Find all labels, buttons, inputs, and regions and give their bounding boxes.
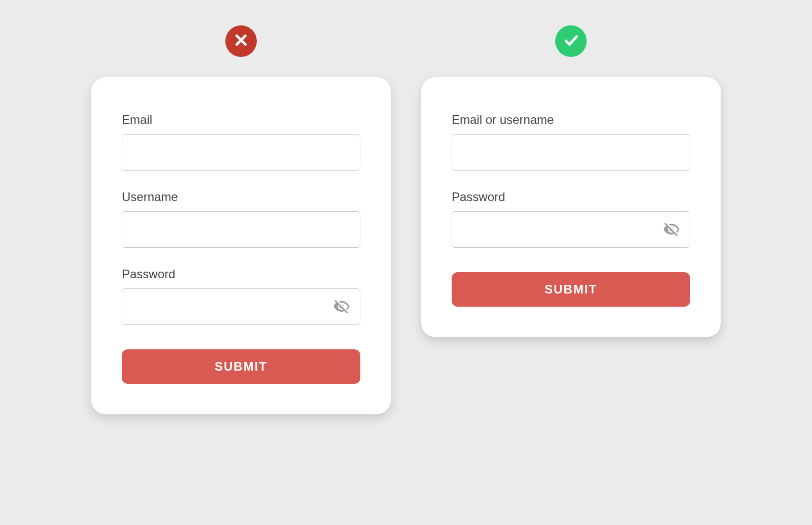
username-field-group: Username: [122, 190, 360, 248]
identifier-label: Email or username: [452, 113, 690, 127]
password-field-group: Password: [122, 267, 360, 325]
password-input[interactable]: [452, 211, 690, 248]
correct-badge: [555, 25, 587, 57]
close-icon: [232, 31, 250, 51]
username-input[interactable]: [122, 211, 360, 248]
submit-button[interactable]: SUBMIT: [452, 272, 690, 307]
submit-button[interactable]: SUBMIT: [122, 349, 360, 384]
password-label: Password: [452, 190, 690, 204]
identifier-input[interactable]: [452, 134, 690, 171]
password-field-group: Password: [452, 190, 690, 248]
email-input[interactable]: [122, 134, 360, 171]
good-example: Email or username Password SUBMIT: [421, 25, 721, 337]
identifier-field-group: Email or username: [452, 113, 690, 171]
check-icon: [562, 31, 580, 51]
bad-example: Email Username Password SUBMIT: [91, 25, 391, 414]
visibility-off-icon[interactable]: [663, 221, 680, 238]
login-card-bad: Email Username Password SUBMIT: [91, 77, 391, 414]
password-input[interactable]: [122, 288, 360, 325]
email-label: Email: [122, 113, 360, 127]
visibility-off-icon[interactable]: [333, 298, 350, 315]
login-card-good: Email or username Password SUBMIT: [421, 77, 721, 337]
password-label: Password: [122, 267, 360, 281]
incorrect-badge: [225, 25, 257, 57]
username-label: Username: [122, 190, 360, 204]
email-field-group: Email: [122, 113, 360, 171]
